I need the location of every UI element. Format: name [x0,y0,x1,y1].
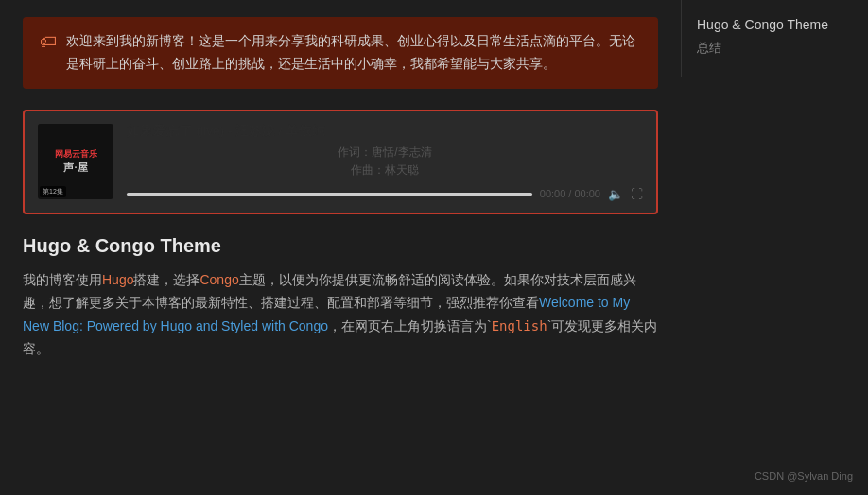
progress-row: 00:00 / 00:00 🔈 ⛶ [127,187,643,201]
album-logo: 网易云音乐 声·屋 [55,149,97,174]
player-info: 如果爱忘了 (live) - 汪苏泷 / 单依纯 作词：唐恬/李志清 作曲：林天… [127,123,643,201]
english-code: English [492,318,547,333]
sidebar-footer: CSDN @Sylvan Ding [755,470,853,482]
volume-icon[interactable]: 🔈 [608,187,623,201]
sidebar-wrapper: Hugo & Congo Theme 总结 CSDN @Sylvan Ding [681,0,868,495]
body-text: 我的博客使用Hugo搭建，选择Congo主题，以便为你提供更流畅舒适的阅读体验。… [23,268,658,361]
song-title: 如果爱忘了 (live) - 汪苏泷 / 单依纯 [127,123,643,140]
hugo-link[interactable]: Hugo [102,272,133,287]
section-heading: Hugo & Congo Theme [23,235,658,257]
music-writer: 作曲：林天聪 [127,162,643,179]
song-meta: 作词：唐恬/李志清 作曲：林天聪 [127,144,643,179]
album-cover: 网易云音乐 声·屋 第12集 [38,124,113,199]
expand-icon[interactable]: ⛶ [631,187,643,201]
music-player: 网易云音乐 声·屋 第12集 如果爱忘了 (live) - 汪苏泷 / 单依纯 … [23,110,658,214]
sidebar-item-summary[interactable]: 总结 [697,40,853,57]
album-episode: 第12集 [40,186,66,197]
progress-bar[interactable] [127,193,532,196]
congo-link[interactable]: Congo [200,272,238,287]
sidebar-title: Hugo & Congo Theme [697,17,853,32]
lyric-writer: 作词：唐恬/李志清 [127,144,643,162]
sidebar: Hugo & Congo Theme 总结 [681,0,868,77]
quote-block: 🏷 欢迎来到我的新博客！这是一个用来分享我的科研成果、创业心得以及日常生活点滴的… [23,17,658,89]
main-content: 🏷 欢迎来到我的新博客！这是一个用来分享我的科研成果、创业心得以及日常生活点滴的… [0,0,681,495]
quote-text: 欢迎来到我的新博客！这是一个用来分享我的科研成果、创业心得以及日常生活点滴的平台… [66,30,641,76]
time-display: 00:00 / 00:00 [540,188,600,199]
tag-icon: 🏷 [40,32,57,52]
